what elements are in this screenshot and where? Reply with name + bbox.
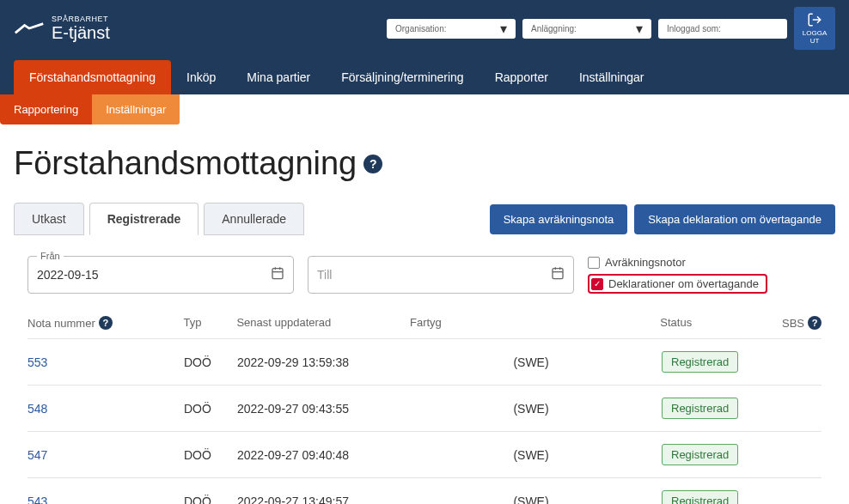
table-row: 548 DOÖ 2022-09-27 09:43:55 (SWE) Regist… — [27, 385, 822, 431]
create-declaration-button[interactable]: Skapa deklaration om övertagande — [634, 204, 835, 234]
sub-nav: Rapportering Inställningar — [0, 94, 180, 124]
nav-forsaljning[interactable]: Försäljning/terminering — [326, 60, 479, 94]
subnav-installningar[interactable]: Inställningar — [92, 94, 180, 124]
table-row: 553 DOÖ 2022-09-29 13:59:38 (SWE) Regist… — [27, 338, 822, 385]
logo-icon — [14, 20, 45, 37]
create-receipt-button[interactable]: Skapa avräkningsnota — [490, 204, 628, 234]
tab-annullerade[interactable]: Annullerade — [204, 203, 304, 235]
svg-rect-0 — [272, 269, 283, 279]
help-icon[interactable]: ? — [808, 316, 822, 330]
nav-rapporter[interactable]: Rapporter — [479, 60, 564, 94]
chevron-down-icon: ▾ — [636, 21, 643, 37]
help-icon[interactable]: ? — [99, 316, 113, 330]
nav-forstahandsmottagning[interactable]: Förstahandsmottagning — [14, 60, 171, 94]
status-badge: Registrerad — [662, 351, 738, 373]
logo-superscript: SPÅRBARHET — [52, 15, 110, 23]
subnav-rapportering[interactable]: Rapportering — [0, 94, 92, 124]
table-header: Nota nummer ? Typ Senast uppdaterad Fart… — [27, 307, 822, 338]
logo-title: E-tjänst — [52, 23, 110, 43]
nota-link[interactable]: 543 — [27, 495, 174, 505]
nav-inkop[interactable]: Inköp — [171, 60, 231, 94]
nota-link[interactable]: 547 — [27, 448, 174, 462]
calendar-icon — [551, 266, 565, 283]
status-badge: Registrerad — [662, 444, 738, 465]
page-title: Förstahandsmottagning — [14, 145, 357, 182]
calendar-icon — [271, 266, 284, 283]
tab-registrerade[interactable]: Registrerade — [89, 203, 199, 235]
checkbox-icon — [588, 257, 600, 269]
from-date-input[interactable]: Från 2022-09-15 — [27, 256, 294, 294]
organisation-select[interactable]: Organisation: ▾ — [387, 19, 516, 39]
chevron-down-icon: ▾ — [500, 21, 507, 37]
status-badge: Registrerad — [662, 490, 738, 504]
logout-button[interactable]: LOGGA UT — [794, 7, 835, 50]
logo: SPÅRBARHET E-tjänst — [14, 15, 110, 43]
logout-icon — [807, 12, 822, 27]
facility-select[interactable]: Anläggning: ▾ — [522, 19, 651, 39]
nota-link[interactable]: 553 — [27, 355, 174, 369]
loggedin-display: Inloggad som: — [658, 19, 787, 39]
nav-mina-partier[interactable]: Mina partier — [231, 60, 326, 94]
to-date-input[interactable]: Till — [308, 256, 574, 294]
checkbox-deklarationer[interactable]: ✓ Deklarationer om övertagande — [588, 274, 767, 294]
svg-rect-4 — [553, 269, 563, 279]
checkbox-checked-icon: ✓ — [591, 278, 603, 290]
table-row: 543 DOÖ 2022-09-27 13:49:57 (SWE) Regist… — [27, 477, 822, 504]
tab-utkast[interactable]: Utkast — [14, 203, 84, 235]
tabs: Utkast Registrerade Annullerade — [14, 203, 304, 235]
status-badge: Registrerad — [662, 398, 738, 419]
checkbox-avräkningsnotor[interactable]: Avräkningsnotor — [588, 256, 767, 269]
table-row: 547 DOÖ 2022-09-27 09:40:48 (SWE) Regist… — [27, 431, 822, 477]
main-nav: Förstahandsmottagning Inköp Mina partier… — [14, 60, 835, 94]
nota-link[interactable]: 548 — [27, 402, 174, 416]
help-icon[interactable]: ? — [363, 155, 382, 173]
nav-installningar[interactable]: Inställningar — [564, 60, 660, 94]
